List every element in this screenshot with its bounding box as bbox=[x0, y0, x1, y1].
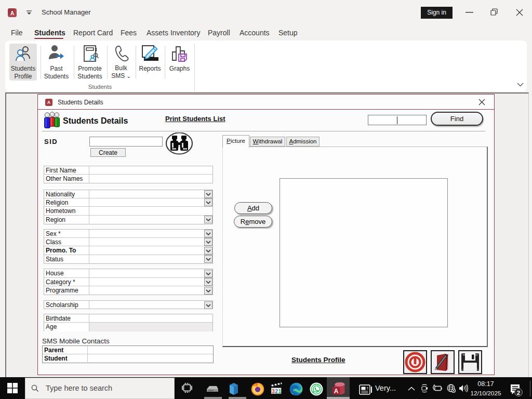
svg-text:3: 3 bbox=[272, 388, 275, 394]
svg-text:A: A bbox=[47, 100, 50, 105]
svg-text:2: 2 bbox=[275, 388, 278, 394]
svg-text:A: A bbox=[10, 10, 14, 16]
svg-text:A: A bbox=[334, 388, 339, 395]
svg-text:1: 1 bbox=[278, 388, 282, 394]
